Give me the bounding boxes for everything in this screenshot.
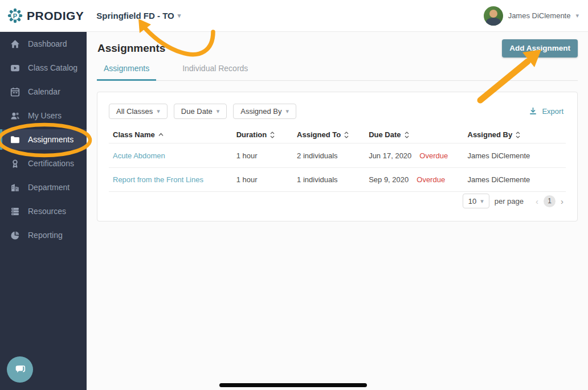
sidebar-item-reporting[interactable]: Reporting — [0, 223, 87, 247]
org-switcher-label: Springfield FD - TO — [96, 11, 174, 20]
sidebar-item-label: Certifications — [28, 159, 74, 168]
chevron-down-icon: ▾ — [157, 104, 160, 118]
assignments-card: All Classes ▾ Due Date ▾ Assigned By ▾ E… — [97, 92, 578, 221]
folder-icon — [10, 135, 20, 145]
table-header-row: Class Name Duration Assigned To Due Date… — [109, 126, 566, 143]
sidebar-item-class-catalog[interactable]: Class Catalog — [0, 56, 87, 80]
chat-launcher-button[interactable] — [7, 356, 33, 383]
sidebar: Dashboard Class Catalog Calendar My User… — [0, 32, 87, 390]
prodigy-logo-icon: P — [7, 8, 23, 23]
column-header-assigned-by[interactable]: Assigned By — [468, 130, 562, 139]
previous-page-button[interactable]: ‹ — [536, 196, 538, 206]
tab-bar: Assignments Individual Records — [97, 64, 578, 81]
org-switcher[interactable]: Springfield FD - TO ▾ — [96, 11, 181, 20]
sidebar-item-label: Class Catalog — [28, 63, 77, 72]
chat-bubbles-icon — [13, 363, 27, 377]
user-name: James DiClemente — [508, 11, 571, 20]
due-date-cell: Jun 17, 2020Overdue — [369, 151, 467, 160]
sidebar-item-resources[interactable]: Resources — [0, 199, 87, 223]
topbar: P PRODIGY Springfield FD - TO ▾ James Di… — [0, 0, 588, 32]
add-assignment-button[interactable]: Add Assignment — [502, 39, 578, 58]
column-header-duration[interactable]: Duration — [236, 130, 297, 139]
building-icon — [10, 183, 20, 192]
class-name-link[interactable]: Report from the Front Lines — [113, 175, 236, 184]
video-icon — [10, 63, 20, 73]
sort-both-icon — [405, 132, 409, 138]
assigned-by-cell: James DiClemente — [468, 175, 562, 184]
sort-both-icon — [516, 132, 520, 138]
svg-text:P: P — [13, 13, 17, 19]
tab-individual-records[interactable]: Individual Records — [175, 64, 255, 80]
filter-due-date[interactable]: Due Date ▾ — [174, 104, 227, 119]
duration-cell: 1 hour — [236, 151, 297, 160]
duration-cell: 1 hour — [236, 175, 297, 184]
sidebar-item-label: Department — [28, 183, 70, 192]
page-size-select[interactable]: 10 ▾ — [463, 194, 489, 208]
sidebar-item-calendar[interactable]: Calendar — [0, 80, 87, 104]
avatar — [484, 6, 503, 26]
filter-label: All Classes — [116, 104, 153, 118]
brand-name: PRODIGY — [27, 9, 84, 23]
chevron-down-icon: ▾ — [575, 12, 579, 19]
pie-chart-icon — [10, 231, 20, 240]
sort-asc-icon — [158, 133, 164, 137]
download-icon — [529, 107, 537, 116]
home-indicator-bar — [219, 383, 367, 387]
chevron-down-icon: ▾ — [286, 104, 289, 118]
server-icon — [10, 207, 20, 216]
calendar-icon — [10, 87, 20, 97]
sidebar-item-my-users[interactable]: My Users — [0, 104, 87, 128]
column-header-due-date[interactable]: Due Date — [369, 130, 467, 139]
sort-both-icon — [270, 132, 275, 138]
next-page-button[interactable]: › — [561, 196, 564, 206]
sidebar-item-label: Reporting — [28, 231, 63, 240]
pagination: 10 ▾ per page ‹ 1 › — [463, 194, 564, 208]
home-icon — [10, 39, 20, 49]
assignments-table: Class Name Duration Assigned To Due Date… — [109, 126, 566, 192]
class-name-link[interactable]: Acute Abdomen — [113, 151, 236, 160]
sidebar-item-certifications[interactable]: Certifications — [0, 151, 87, 175]
main-content: Add Assignment Assignments Assignments I… — [87, 32, 588, 390]
sidebar-item-label: Resources — [28, 207, 66, 216]
sidebar-item-label: My Users — [28, 111, 62, 120]
sidebar-item-label: Assignments — [28, 135, 74, 144]
status-badge: Overdue — [419, 151, 448, 160]
filter-all-classes[interactable]: All Classes ▾ — [109, 104, 168, 119]
current-page-button[interactable]: 1 — [544, 195, 556, 207]
export-button[interactable]: Export — [529, 107, 566, 116]
sidebar-item-department[interactable]: Department — [0, 175, 87, 199]
brand-logo[interactable]: P PRODIGY — [0, 8, 84, 23]
export-label: Export — [542, 107, 564, 116]
column-header-assigned-to[interactable]: Assigned To — [297, 130, 369, 139]
filter-row: All Classes ▾ Due Date ▾ Assigned By ▾ E… — [109, 104, 566, 119]
award-icon — [10, 159, 20, 169]
users-icon — [10, 111, 20, 121]
sidebar-item-dashboard[interactable]: Dashboard — [0, 32, 87, 56]
user-menu[interactable]: James DiClemente ▾ — [484, 6, 588, 26]
tab-assignments[interactable]: Assignments — [97, 64, 156, 81]
table-row: Report from the Front Lines 1 hour 1 ind… — [109, 167, 566, 192]
assigned-to-cell: 2 individuals — [297, 151, 369, 160]
chevron-down-icon: ▾ — [217, 104, 220, 118]
sidebar-item-assignments[interactable]: Assignments — [0, 129, 87, 150]
sidebar-item-label: Calendar — [28, 87, 60, 96]
assigned-to-cell: 1 individuals — [297, 175, 369, 184]
status-badge: Overdue — [416, 175, 445, 184]
table-row: Acute Abdomen 1 hour 2 individuals Jun 1… — [109, 143, 566, 167]
sort-both-icon — [344, 132, 349, 138]
assigned-by-cell: James DiClemente — [468, 151, 562, 160]
filter-assigned-by[interactable]: Assigned By ▾ — [233, 104, 296, 119]
sidebar-item-label: Dashboard — [28, 39, 67, 48]
per-page-label: per page — [495, 197, 524, 206]
due-date-cell: Sep 9, 2020Overdue — [369, 175, 467, 184]
filter-label: Due Date — [181, 104, 213, 118]
chevron-down-icon: ▾ — [178, 12, 181, 19]
chevron-down-icon: ▾ — [480, 198, 484, 205]
filter-label: Assigned By — [240, 104, 281, 118]
column-header-class-name[interactable]: Class Name — [113, 130, 236, 139]
